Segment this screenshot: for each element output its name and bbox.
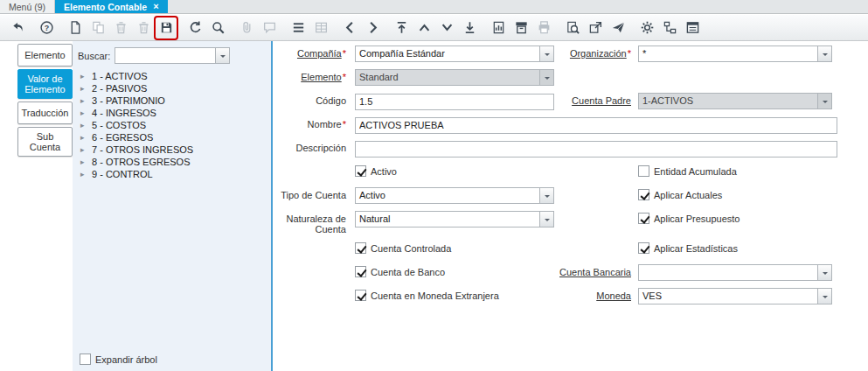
previous-record-icon[interactable] [339, 18, 360, 38]
compania-combobox[interactable]: Compañía Estándar [355, 46, 554, 62]
field-label-cuenta-bancaria[interactable]: Cuenta Bancaria [559, 267, 631, 277]
report-window-icon[interactable] [682, 18, 703, 38]
next-record-icon[interactable] [362, 18, 383, 38]
form-panel: Compañía* Compañía Estándar Organización… [274, 41, 868, 371]
checkbox-box[interactable] [638, 213, 649, 224]
tree-search-combobox[interactable] [115, 47, 230, 64]
find-icon[interactable] [207, 18, 228, 38]
tipo-de-cuenta-combobox[interactable]: Activo [355, 187, 554, 204]
tree-node-pasivos[interactable]: 2 - PASIVOS [73, 82, 271, 94]
field-label-moneda[interactable]: Moneda [596, 290, 631, 301]
cuenta-padre-combobox[interactable]: 1-ACTIVOS [638, 93, 832, 109]
attachment-icon[interactable] [236, 18, 257, 38]
copy-record-icon[interactable] [87, 18, 108, 38]
first-record-icon[interactable] [391, 18, 412, 38]
cuenta-moneda-extranjera-checkbox[interactable]: Cuenta en Moneda Extranjera [355, 288, 554, 301]
entidad-acumulada-checkbox[interactable]: Entidad Acumulada [638, 164, 832, 177]
checkbox-box[interactable] [638, 165, 649, 177]
dropdown-arrow-icon[interactable] [817, 265, 831, 280]
dropdown-arrow-icon[interactable] [539, 212, 553, 227]
expand-tree-checkbox[interactable]: Expandir árbol [80, 352, 157, 365]
dropdown-arrow-icon[interactable] [539, 188, 553, 203]
checkbox-box[interactable] [355, 290, 366, 301]
field-label-compania[interactable]: Compañía [297, 48, 342, 59]
save-icon[interactable] [156, 18, 177, 38]
dropdown-arrow-icon[interactable] [817, 46, 831, 61]
cuenta-controlada-checkbox[interactable]: Cuenta Controlada [355, 241, 554, 254]
side-tab-sub-cuenta[interactable]: Sub Cuenta [17, 127, 73, 157]
expand-arrow-icon[interactable] [80, 158, 87, 166]
close-tab-icon[interactable] [153, 2, 158, 11]
report-icon[interactable] [488, 18, 509, 38]
last-record-icon[interactable] [459, 18, 480, 38]
expand-arrow-icon[interactable] [80, 146, 87, 154]
dropdown-arrow-icon[interactable] [215, 48, 229, 63]
tree-node-otros-egresos[interactable]: 8 - OTROS EGRESOS [73, 156, 271, 168]
print-icon[interactable] [533, 18, 554, 38]
field-label-organizacion[interactable]: Organización [570, 48, 627, 59]
expand-arrow-icon[interactable] [80, 73, 87, 80]
cuenta-de-banco-checkbox[interactable]: Cuenta de Banco [355, 264, 554, 277]
expand-arrow-icon[interactable] [80, 97, 87, 105]
checkbox-box[interactable] [80, 354, 91, 365]
archive-icon[interactable] [510, 18, 531, 38]
descripcion-input[interactable] [355, 141, 837, 158]
expand-arrow-icon[interactable] [80, 122, 87, 130]
expand-arrow-icon[interactable] [80, 109, 87, 117]
refresh-icon[interactable] [184, 18, 205, 38]
checkbox-box[interactable] [638, 189, 649, 200]
zoom-across-icon[interactable] [562, 18, 583, 38]
send-mail-icon[interactable] [608, 18, 628, 38]
new-record-icon[interactable] [65, 18, 86, 38]
checkbox-box[interactable] [355, 266, 366, 277]
codigo-input[interactable] [355, 94, 554, 110]
naturaleza-de-cuenta-combobox[interactable]: Natural [355, 211, 554, 228]
field-label-elemento[interactable]: Elemento [301, 72, 341, 82]
help-icon[interactable]: ? [36, 18, 57, 38]
cuenta-bancaria-combobox[interactable] [638, 264, 832, 281]
activo-checkbox[interactable]: Activo [355, 164, 554, 177]
dropdown-arrow-icon[interactable] [539, 70, 553, 85]
checkbox-box[interactable] [355, 165, 366, 177]
aplicar-presupuesto-checkbox[interactable]: Aplicar Presupuesto [638, 211, 832, 224]
expand-arrow-icon[interactable] [80, 171, 87, 178]
tree-node-otros-ingresos[interactable]: 7 - OTROS INGRESOS [73, 144, 271, 156]
workflow-icon[interactable] [659, 18, 680, 38]
expand-arrow-icon[interactable] [80, 134, 87, 142]
side-tab-valor-de-elemento[interactable]: Valor de Elemento [17, 69, 73, 99]
nombre-input[interactable] [355, 117, 837, 134]
form-row: Compañía* Compañía Estándar Organización… [274, 46, 868, 63]
chat-icon[interactable] [259, 18, 280, 38]
moneda-combobox[interactable]: VES [638, 288, 832, 304]
aplicar-estadisticas-checkbox[interactable]: Aplicar Estadísticas [638, 241, 832, 254]
up-record-icon[interactable] [413, 18, 434, 38]
dropdown-arrow-icon[interactable] [539, 46, 553, 61]
organizacion-combobox[interactable]: * [638, 46, 832, 62]
tree-node-activos[interactable]: 1 - ACTIVOS [73, 70, 271, 82]
tree-node-egresos[interactable]: 6 - EGRESOS [73, 131, 271, 144]
side-tab-traduccion[interactable]: Traducción [17, 102, 73, 124]
tree-node-costos[interactable]: 5 - COSTOS [73, 119, 271, 131]
field-label-cuenta-padre[interactable]: Cuenta Padre [572, 95, 631, 106]
checkbox-box[interactable] [355, 242, 366, 254]
tab-menu[interactable]: Menú (9) [0, 0, 55, 13]
side-tab-elemento[interactable]: Elemento [17, 44, 73, 66]
delete-record-icon[interactable] [110, 18, 131, 38]
multi-row-view-icon[interactable] [288, 18, 309, 38]
tree-node-ingresos[interactable]: 4 - INGRESOS [73, 107, 271, 119]
dropdown-arrow-icon[interactable] [817, 289, 831, 304]
checkbox-box[interactable] [638, 242, 649, 254]
delete-selection-icon[interactable] [133, 18, 154, 38]
undo-icon[interactable] [7, 18, 28, 38]
elemento-combobox[interactable]: Standard [355, 69, 554, 86]
tree-node-control[interactable]: 9 - CONTROL [73, 168, 271, 180]
detail-grid-icon[interactable] [310, 18, 331, 38]
expand-arrow-icon[interactable] [80, 85, 87, 93]
tab-elemento-contable[interactable]: Elemento Contable [55, 0, 168, 13]
preferences-icon[interactable] [636, 18, 657, 38]
request-icon[interactable] [585, 18, 606, 38]
tree-node-patrimonio[interactable]: 3 - PATRIMONIO [73, 94, 271, 107]
down-record-icon[interactable] [436, 18, 457, 38]
dropdown-arrow-icon[interactable] [817, 94, 831, 108]
aplicar-actuales-checkbox[interactable]: Aplicar Actuales [638, 187, 832, 200]
